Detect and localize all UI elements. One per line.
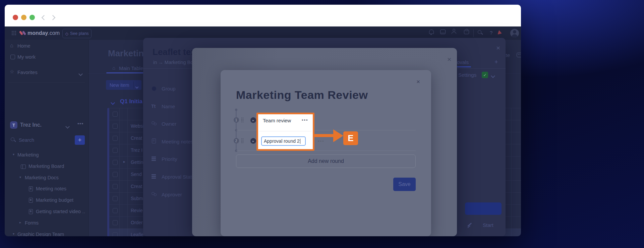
- table-row[interactable]: Revie: [131, 208, 143, 213]
- row-checkbox[interactable]: [113, 232, 118, 236]
- workspace-menu-icon[interactable]: •••: [77, 121, 83, 126]
- group-title[interactable]: Q1 Initia: [120, 98, 142, 105]
- card-close-icon[interactable]: ×: [496, 44, 500, 51]
- search-icon[interactable]: [478, 30, 483, 36]
- select-all-checkbox[interactable]: [113, 112, 118, 117]
- round-2-name-input[interactable]: Approval round 2: [261, 136, 306, 146]
- monday-logo-icon: [22, 30, 26, 35]
- button-divider: [133, 81, 134, 88]
- my-work-icon: [10, 55, 15, 59]
- tree-item[interactable]: Graphic Design Team: [17, 232, 64, 236]
- maximize-window-button[interactable]: [30, 15, 35, 20]
- browser-chrome: [5, 5, 521, 26]
- help-icon[interactable]: ?: [490, 30, 492, 36]
- tab-main-table[interactable]: Main Table: [119, 65, 143, 71]
- home-icon: ⌂: [112, 65, 115, 71]
- drag-handle-icon[interactable]: [241, 138, 242, 139]
- sidebar-search-icon[interactable]: [11, 137, 16, 143]
- settings-label[interactable]: Settings: [458, 72, 476, 78]
- people-icon: [151, 192, 157, 197]
- play-icon[interactable]: ▸: [250, 117, 256, 123]
- field-label: Owner: [162, 121, 176, 127]
- apps-grid-icon[interactable]: [12, 31, 13, 32]
- inbox-icon[interactable]: [440, 29, 446, 34]
- dialog-close-icon[interactable]: ×: [416, 78, 420, 85]
- row-checkbox[interactable]: [113, 220, 118, 225]
- tree-item[interactable]: Marketing: [17, 152, 39, 158]
- table-row[interactable]: Order: [131, 220, 143, 225]
- sidebar-item-favorites[interactable]: Favorites: [17, 70, 38, 75]
- tree-item[interactable]: Meeting notes: [36, 186, 66, 191]
- new-item-button[interactable]: New item: [106, 80, 141, 90]
- settings-checkbox[interactable]: ✓: [482, 72, 488, 78]
- sidebar-item-my-work[interactable]: My work: [17, 54, 36, 60]
- panel-close-icon[interactable]: ×: [447, 56, 451, 63]
- row-checkbox[interactable]: [113, 172, 118, 177]
- tree-item[interactable]: Getting started video …: [36, 209, 85, 214]
- table-row[interactable]: Trez I: [131, 147, 142, 153]
- save-button[interactable]: Save: [393, 178, 416, 191]
- drag-handle-icon[interactable]: [241, 118, 242, 118]
- tree-item[interactable]: Marketing Board: [28, 164, 64, 169]
- tree-item[interactable]: Marketing Docs: [25, 175, 59, 180]
- row-checkbox[interactable]: [113, 184, 118, 189]
- back-icon[interactable]: [42, 15, 47, 20]
- see-plans-button[interactable]: ◇See plans: [62, 29, 92, 38]
- notifications-bell-icon[interactable]: [429, 29, 434, 34]
- table-row[interactable]: Creat: [131, 135, 142, 141]
- invite-member-icon[interactable]: [452, 29, 457, 34]
- workspace-name[interactable]: Trez Inc.: [20, 122, 42, 128]
- forward-icon[interactable]: [50, 15, 56, 20]
- sidebar-item-home[interactable]: Home: [17, 43, 31, 49]
- close-window-button[interactable]: [13, 15, 18, 20]
- dialog-title: Marketing Team Review: [236, 88, 368, 102]
- round-1-name[interactable]: Team review: [263, 118, 291, 123]
- expand-icon[interactable]: ▸: [123, 160, 125, 164]
- row-checkbox[interactable]: [113, 196, 118, 201]
- tree-item[interactable]: Forms: [25, 220, 39, 226]
- start-label[interactable]: Start: [483, 222, 493, 228]
- topbar-divider: [473, 29, 474, 37]
- row-checkbox[interactable]: [113, 208, 118, 213]
- assistant-robot-icon[interactable]: [517, 53, 521, 57]
- minimize-window-button[interactable]: [21, 15, 26, 20]
- play-icon[interactable]: ▸: [250, 138, 256, 144]
- browser-window: monday.com ◇See plans ? ⌂HomeMy work☆Fav…: [5, 5, 521, 236]
- avatar[interactable]: [510, 29, 519, 38]
- workspace-avatar[interactable]: T: [10, 121, 17, 129]
- apps-marketplace-icon[interactable]: [464, 30, 469, 34]
- table-row[interactable]: Leafle: [131, 232, 143, 236]
- logo-text[interactable]: monday.com: [27, 30, 60, 36]
- row-checkbox[interactable]: [113, 148, 118, 153]
- field-label: Group: [162, 86, 176, 91]
- page-background: monday.com ◇See plans ? ⌂HomeMy work☆Fav…: [0, 0, 644, 248]
- caret-down-icon[interactable]: ▾: [13, 152, 14, 156]
- caret-down-icon[interactable]: ▾: [19, 175, 21, 179]
- add-new-round-button[interactable]: Add new round: [236, 154, 416, 168]
- table-row[interactable]: Websi: [131, 123, 144, 129]
- table-row[interactable]: Send: [131, 172, 142, 177]
- table-grid-line: [127, 108, 128, 236]
- round-1-menu-icon[interactable]: •••: [302, 117, 308, 122]
- caret-right-icon[interactable]: ▸: [19, 221, 21, 224]
- row-checkbox[interactable]: [113, 124, 118, 129]
- group-collapse-icon[interactable]: [111, 100, 114, 106]
- settings-chevron-down-icon[interactable]: [491, 73, 494, 79]
- tree-item[interactable]: Marketing budget: [36, 197, 73, 203]
- chevron-down-icon[interactable]: [79, 71, 82, 77]
- chevron-down-icon[interactable]: [136, 83, 138, 89]
- add-tab-icon[interactable]: +: [494, 59, 498, 66]
- primary-action-button[interactable]: [465, 202, 502, 215]
- workspace-chevron-down-icon[interactable]: [66, 123, 69, 129]
- sidebar-search-input[interactable]: Search: [19, 137, 34, 143]
- caret-down-icon[interactable]: ▾: [13, 232, 14, 236]
- table-row[interactable]: Gettin: [131, 160, 143, 165]
- row-checkbox[interactable]: [113, 160, 118, 165]
- row-checkbox[interactable]: [113, 136, 118, 141]
- field-label: Name: [162, 104, 175, 109]
- table-row[interactable]: Creat: [131, 184, 142, 189]
- annotation-highlight-box: Team review ••• Approval round 2: [256, 113, 314, 151]
- table-row[interactable]: Submi: [131, 196, 144, 201]
- round-2-menu-icon[interactable]: •••: [318, 138, 325, 143]
- add-item-button[interactable]: +: [75, 135, 85, 145]
